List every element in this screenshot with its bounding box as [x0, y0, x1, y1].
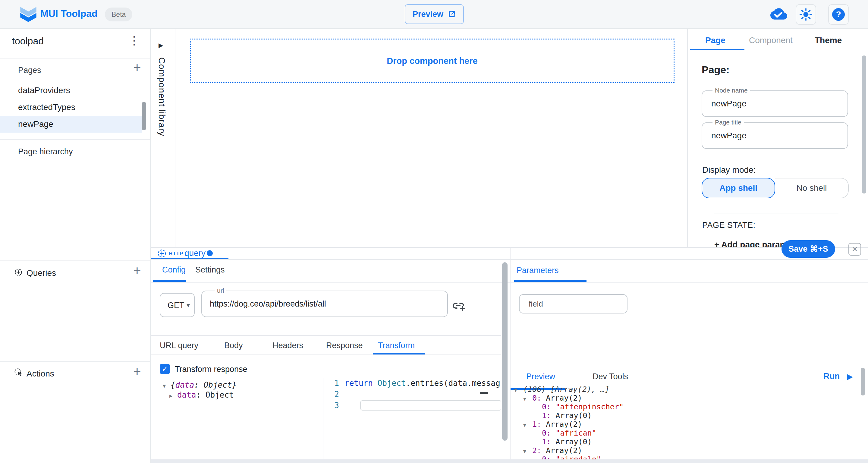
tab-response[interactable]: Response: [326, 341, 363, 350]
expand-panel-icon[interactable]: ▶: [158, 41, 163, 49]
page-title-field[interactable]: Page title: [702, 122, 848, 149]
mui-logo-icon: [19, 5, 37, 24]
query-tab[interactable]: query: [184, 248, 206, 259]
queries-icon: [14, 268, 23, 277]
beta-badge: Beta: [105, 7, 132, 22]
url-field[interactable]: url: [201, 290, 448, 317]
add-action-button[interactable]: +: [133, 365, 141, 378]
node-name-field[interactable]: Node name: [702, 90, 848, 117]
tab-preview[interactable]: Preview: [526, 372, 555, 381]
tab-config[interactable]: Config: [162, 265, 186, 275]
help-icon: ?: [832, 8, 845, 21]
chevron-down-icon: ▾: [187, 302, 190, 309]
config-scrollbar[interactable]: [502, 262, 507, 441]
divider: [0, 361, 150, 362]
check-icon: ✓: [161, 364, 168, 374]
project-menu-button[interactable]: ⋮: [128, 34, 140, 47]
queries-section-header: Queries: [27, 268, 56, 278]
divider: [510, 365, 868, 365]
drop-zone[interactable]: Drop component here: [190, 38, 675, 83]
json-tree-row[interactable]: ▼0: Array(2): [523, 394, 582, 403]
sidebar-item-extractedtypes[interactable]: extractedTypes: [18, 102, 75, 112]
preview-button[interactable]: Preview: [405, 4, 464, 24]
open-in-new-icon: [447, 10, 456, 19]
app-title: MUI Toolpad: [40, 8, 98, 19]
toolpad-editor-window: MUI Toolpad Beta Preview ?: [0, 0, 868, 463]
add-query-button[interactable]: +: [133, 264, 141, 277]
plus-icon: +: [714, 240, 719, 247]
inspector-scrollbar[interactable]: [862, 56, 866, 193]
tab-transform[interactable]: Transform: [378, 341, 415, 350]
tab-page[interactable]: Page: [705, 36, 725, 45]
transform-response-label: Transform response: [175, 365, 247, 374]
bottom-scroll-strip: [151, 459, 868, 463]
tab-dev-tools[interactable]: Dev Tools: [592, 372, 628, 381]
sidebar-item-newpage[interactable]: newPage: [18, 119, 53, 129]
theme-toggle-button[interactable]: [796, 4, 816, 25]
tab-settings[interactable]: Settings: [195, 265, 225, 275]
page-heading: Page:: [702, 64, 730, 76]
json-tree-row[interactable]: 0: "african": [542, 429, 596, 437]
panel-divider: [510, 248, 510, 463]
structure-tree-child[interactable]: ▶ data: Object: [169, 390, 234, 399]
actions-section-header: Actions: [27, 369, 54, 379]
code-line-1: return Object.entries(data.messag: [344, 379, 500, 388]
page-title-input[interactable]: [711, 123, 838, 148]
divider: [151, 259, 868, 260]
parameter-input[interactable]: [529, 295, 619, 313]
add-binding-icon[interactable]: [452, 299, 467, 313]
display-mode-label: Display mode:: [702, 165, 755, 175]
app-bar: MUI Toolpad Beta Preview ?: [0, 0, 868, 29]
active-tab-indicator: [690, 49, 744, 50]
tab-url-query[interactable]: URL query: [160, 341, 198, 350]
tab-body[interactable]: Body: [224, 341, 243, 350]
add-page-button[interactable]: +: [133, 61, 141, 74]
editor-cursor-dash: [480, 392, 488, 394]
query-type-label: HTTP: [169, 251, 183, 257]
url-input[interactable]: [210, 291, 439, 316]
run-button[interactable]: Run: [824, 371, 840, 381]
tab-headers[interactable]: Headers: [273, 341, 303, 350]
active-request-tab-indicator: [373, 353, 425, 354]
save-button[interactable]: Save ⌘+S: [781, 240, 835, 258]
transform-response-checkbox[interactable]: ✓: [160, 364, 170, 374]
query-editor-panel: HTTP query Config Settings GET ▾ url URL…: [151, 247, 868, 463]
display-mode-toggle: App shell No shell: [702, 178, 849, 198]
json-tree-row[interactable]: ▼1: Array(2): [523, 420, 582, 430]
close-panel-button[interactable]: ✕: [848, 243, 861, 256]
json-tree-row[interactable]: 1: Array(0): [542, 437, 592, 446]
parameter-field[interactable]: [519, 294, 627, 313]
pages-scrollbar[interactable]: [142, 102, 146, 130]
node-name-input[interactable]: [711, 91, 838, 116]
help-button[interactable]: ?: [828, 4, 849, 25]
component-library-label: Component library: [157, 57, 167, 136]
close-icon: ✕: [852, 245, 858, 253]
divider: [0, 260, 150, 261]
pages-section-header: Pages: [18, 66, 41, 75]
sidebar-item-dataproviders[interactable]: dataProviders: [18, 86, 70, 95]
page-hierarchy-label[interactable]: Page hierarchy: [18, 147, 73, 156]
preview-button-label: Preview: [412, 10, 443, 19]
transform-code-editor[interactable]: 1 2 3 return Object.entries(data.messag: [323, 378, 501, 459]
preview-scrollbar[interactable]: [861, 368, 865, 396]
tab-component[interactable]: Component: [749, 36, 793, 45]
line-number: 3: [327, 401, 339, 410]
http-method-select[interactable]: GET ▾: [160, 293, 195, 317]
line-number: 2: [327, 390, 339, 399]
toggle-app-shell[interactable]: App shell: [702, 178, 775, 198]
tab-parameters[interactable]: Parameters: [517, 266, 559, 275]
project-name: toolpad: [12, 36, 44, 47]
run-play-icon[interactable]: ▶: [847, 372, 853, 381]
json-tree-row[interactable]: 1: Array(0): [542, 411, 592, 420]
divider: [151, 282, 868, 283]
json-tree-row[interactable]: ▼(106) [Array(2), …]: [514, 385, 610, 395]
json-tree-row[interactable]: ▼2: Array(2): [523, 446, 582, 456]
structure-tree-root[interactable]: ▼ {data: Object}: [163, 380, 237, 390]
editor-empty-line-box: [360, 400, 501, 410]
active-parameters-tab-indicator: [514, 280, 587, 282]
component-library-panel[interactable]: ▶ Component library: [151, 29, 176, 247]
expanded-arrow-icon: ▼: [163, 383, 166, 389]
tab-theme[interactable]: Theme: [815, 36, 842, 45]
json-tree-row[interactable]: 0: "affenpinscher": [542, 402, 624, 411]
toggle-no-shell[interactable]: No shell: [775, 178, 849, 198]
